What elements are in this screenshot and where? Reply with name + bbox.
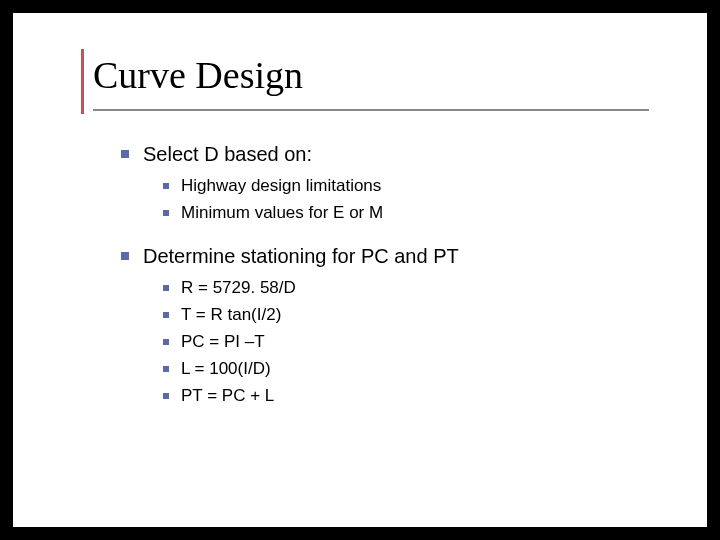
sublist: Highway design limitations Minimum value… (163, 175, 661, 225)
list-item-label: L = 100(I/D) (181, 358, 271, 381)
list-item-label: Select D based on: (143, 141, 312, 167)
list-item: R = 5729. 58/D (163, 277, 661, 300)
list-item-label: Determine stationing for PC and PT (143, 243, 459, 269)
list-item: PT = PC + L (163, 385, 661, 408)
title-wrap: Curve Design (93, 55, 303, 97)
square-bullet-icon (163, 312, 169, 318)
square-bullet-icon (163, 210, 169, 216)
list-item-label: Minimum values for E or M (181, 202, 383, 225)
square-bullet-icon (163, 285, 169, 291)
slide: Curve Design Select D based on: Highway … (13, 13, 707, 527)
list-item-label: PC = PI –T (181, 331, 265, 354)
sublist: R = 5729. 58/D T = R tan(I/2) PC = PI –T… (163, 277, 661, 408)
square-bullet-icon (121, 150, 129, 158)
square-bullet-icon (163, 183, 169, 189)
list-item-label: T = R tan(I/2) (181, 304, 281, 327)
square-bullet-icon (163, 366, 169, 372)
square-bullet-icon (163, 393, 169, 399)
list-item: Determine stationing for PC and PT (121, 243, 661, 269)
list-item: T = R tan(I/2) (163, 304, 661, 327)
square-bullet-icon (121, 252, 129, 260)
list-item: Minimum values for E or M (163, 202, 661, 225)
title-underline (93, 109, 649, 111)
slide-title: Curve Design (93, 55, 303, 97)
list-item: Select D based on: (121, 141, 661, 167)
list-item-label: PT = PC + L (181, 385, 274, 408)
title-accent-bar (81, 49, 84, 114)
list-item: L = 100(I/D) (163, 358, 661, 381)
list-item-label: Highway design limitations (181, 175, 381, 198)
list-item-label: R = 5729. 58/D (181, 277, 296, 300)
list-item: Highway design limitations (163, 175, 661, 198)
list-item: PC = PI –T (163, 331, 661, 354)
slide-body: Select D based on: Highway design limita… (121, 141, 661, 426)
square-bullet-icon (163, 339, 169, 345)
